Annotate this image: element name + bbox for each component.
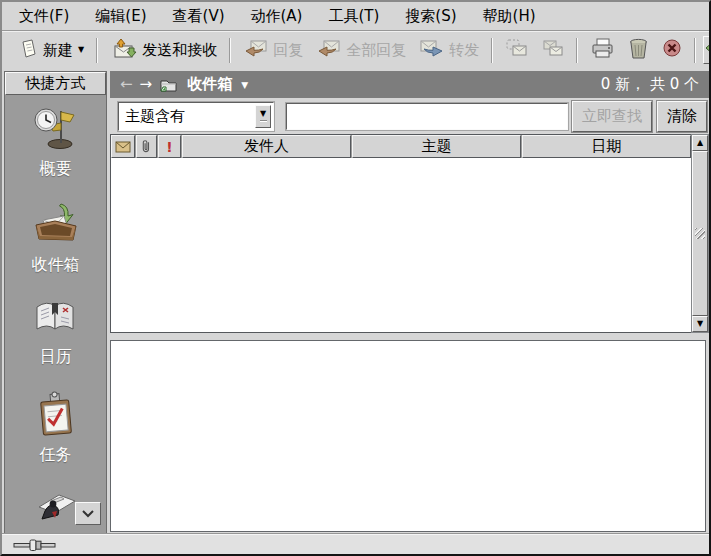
message-list-header: ! 发件人 主题 日期: [111, 135, 691, 158]
copy-to-folder-button[interactable]: [535, 34, 570, 66]
back-arrow-icon: [704, 39, 711, 61]
move-to-folder-button[interactable]: [499, 34, 534, 66]
send-receive-icon: [110, 36, 137, 64]
reply-button[interactable]: 回复: [237, 34, 309, 67]
reply-label: 回复: [273, 41, 303, 60]
summary-icon: [32, 105, 80, 155]
column-subject[interactable]: 主题: [352, 135, 521, 158]
trash-icon: [628, 37, 649, 64]
search-input[interactable]: [286, 103, 568, 130]
column-message-status[interactable]: [111, 135, 135, 158]
message-list-region: ! 发件人 主题 日期 ▲ ▼: [110, 134, 709, 333]
column-priority[interactable]: !: [158, 135, 181, 158]
message-list-scrollbar[interactable]: ▲ ▼: [691, 134, 709, 333]
sidebar-item-tasks[interactable]: 任务: [5, 391, 106, 466]
priority-icon: !: [166, 139, 172, 155]
reply-all-button[interactable]: 全部回复: [310, 34, 412, 67]
content-area: ← → 收件箱 ▼ 0 新， 共 0 个 主题含有: [110, 71, 709, 534]
folder-icon: [159, 77, 178, 93]
folder-forward-icon[interactable]: →: [140, 77, 153, 92]
sidebar-item-label: 日历: [40, 347, 72, 368]
folder-dropdown-icon[interactable]: ▼: [241, 80, 248, 90]
menu-help[interactable]: 帮助(H): [470, 5, 549, 28]
menu-actions[interactable]: 动作(A): [238, 5, 316, 28]
inbox-icon: [31, 199, 81, 251]
print-button[interactable]: [584, 33, 621, 67]
sidebar-item-summary[interactable]: 概要: [5, 105, 106, 180]
column-sender[interactable]: 发件人: [182, 135, 351, 158]
tasks-icon: [33, 391, 79, 441]
forward-button[interactable]: 转发: [413, 34, 485, 67]
send-receive-button[interactable]: 发送和接收: [104, 32, 223, 68]
toolbar-separator: [229, 38, 231, 63]
message-list-panel: ! 发件人 主题 日期: [110, 134, 691, 333]
scroll-down-icon[interactable]: ▼: [692, 316, 708, 332]
forward-label: 转发: [449, 41, 479, 60]
reply-icon: [243, 38, 268, 63]
menu-tools[interactable]: 工具(T): [315, 5, 392, 28]
send-receive-label: 发送和接收: [142, 41, 217, 60]
shortcut-scroll-down-button[interactable]: [75, 502, 101, 525]
menu-view[interactable]: 查看(V): [160, 5, 238, 28]
sidebar-item-calendar[interactable]: 日历: [5, 295, 106, 368]
toolbar-separator: [96, 38, 98, 63]
online-status-icon[interactable]: [12, 538, 74, 552]
sidebar-item-label: 收件箱: [32, 255, 80, 276]
contacts-icon: [31, 485, 81, 533]
toolbar-separator: [694, 38, 696, 63]
sidebar-item-label: 概要: [40, 159, 72, 180]
sidebar-item-inbox[interactable]: 收件箱: [5, 199, 106, 276]
combo-dropdown-icon[interactable]: ▼: [255, 105, 271, 128]
shortcut-bar-header-button[interactable]: 快捷方式: [5, 72, 106, 95]
new-button[interactable]: 新建 ▼: [13, 34, 90, 67]
calendar-icon: [31, 295, 81, 343]
menu-search[interactable]: 搜索(S): [392, 5, 469, 28]
cancel-button[interactable]: [656, 34, 688, 66]
scrollbar-grip: [695, 228, 705, 239]
nav-back-button[interactable]: [703, 36, 711, 64]
attachment-icon: [142, 139, 151, 154]
current-folder-name[interactable]: 收件箱: [187, 75, 232, 94]
forward-icon: [419, 38, 444, 63]
reply-all-label: 全部回复: [346, 41, 406, 60]
shortcut-bar: 快捷方式 概要: [4, 71, 107, 534]
evolution-window: 文件(F) 编辑(E) 查看(V) 动作(A) 工具(T) 搜索(S) 帮助(H…: [0, 0, 711, 556]
new-dropdown-icon[interactable]: ▼: [78, 46, 84, 54]
folder-message-count: 0 新， 共 0 个: [601, 75, 699, 94]
move-to-folder-icon: [505, 38, 528, 62]
main-area: 快捷方式 概要: [2, 69, 709, 534]
copy-to-folder-icon: [541, 38, 564, 62]
folder-bar: ← → 收件箱 ▼ 0 新， 共 0 个: [110, 71, 709, 98]
status-bar: [2, 534, 709, 554]
message-list-body[interactable]: [111, 158, 691, 332]
chevron-down-icon: [82, 510, 94, 518]
preview-pane[interactable]: [110, 340, 706, 532]
reply-all-icon: [316, 38, 341, 63]
search-criteria-value: 主题含有: [119, 107, 255, 126]
sidebar-item-label: 任务: [40, 445, 72, 466]
scroll-up-icon[interactable]: ▲: [692, 135, 708, 151]
new-button-label: 新建: [43, 41, 73, 60]
search-criteria-select[interactable]: 主题含有 ▼: [118, 102, 274, 131]
toolbar-separator: [491, 38, 493, 63]
pane-splitter[interactable]: [110, 333, 709, 340]
column-date[interactable]: 日期: [522, 135, 691, 158]
shortcut-list: 概要 收件箱: [5, 95, 106, 533]
toolbar-separator: [576, 38, 578, 63]
new-note-icon: [19, 38, 38, 63]
menu-file[interactable]: 文件(F): [6, 5, 82, 28]
menu-edit[interactable]: 编辑(E): [82, 5, 159, 28]
delete-button[interactable]: [622, 33, 655, 68]
message-status-icon: [115, 141, 131, 153]
stop-icon: [662, 38, 682, 62]
menu-bar: 文件(F) 编辑(E) 查看(V) 动作(A) 工具(T) 搜索(S) 帮助(H…: [2, 2, 709, 31]
toolbar: 新建 ▼ 发送和接收: [2, 31, 709, 69]
find-now-button[interactable]: 立即查找: [572, 101, 652, 132]
column-attachment[interactable]: [136, 135, 157, 158]
folder-back-icon[interactable]: ←: [120, 77, 133, 92]
print-icon: [590, 37, 615, 63]
search-bar: 主题含有 ▼ 立即查找 清除: [110, 98, 709, 134]
scrollbar-thumb[interactable]: [692, 151, 708, 316]
clear-search-button[interactable]: 清除: [657, 101, 707, 132]
